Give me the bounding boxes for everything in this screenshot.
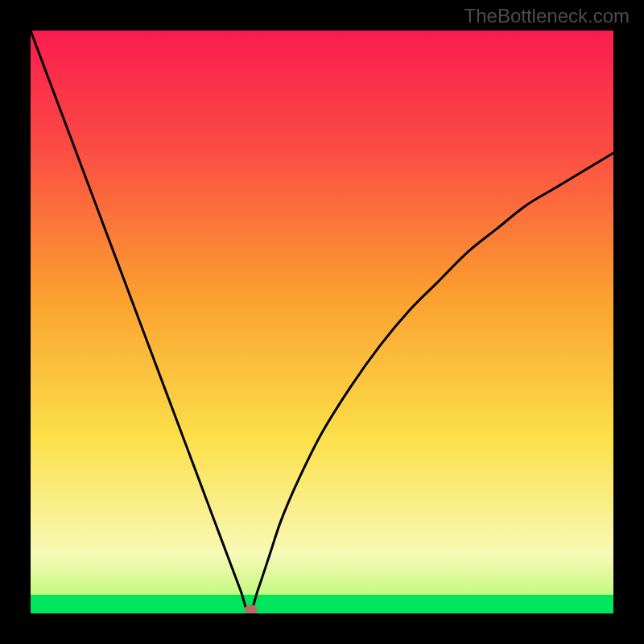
watermark-text: TheBottleneck.com [464, 5, 630, 27]
chart-frame: TheBottleneck.com [0, 0, 644, 644]
plot-area [31, 31, 613, 613]
plot-svg [31, 31, 613, 613]
bottleneck-curve [31, 31, 613, 613]
